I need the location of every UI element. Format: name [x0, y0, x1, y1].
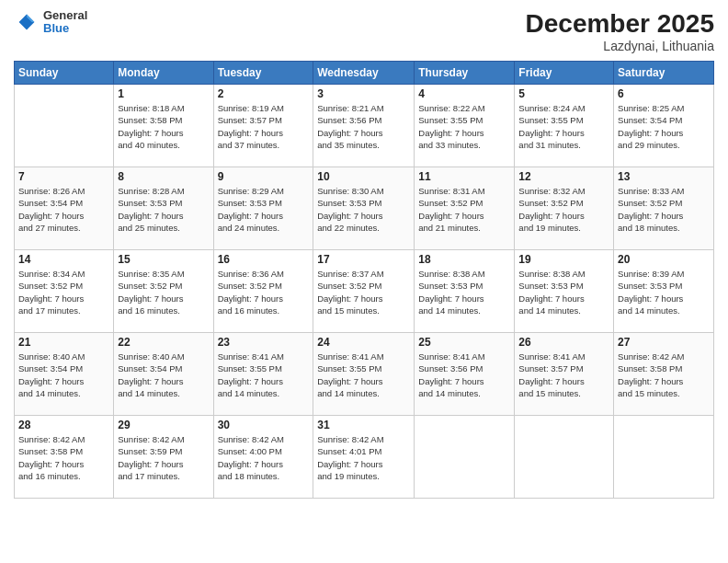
weekday-header-friday: Friday [515, 62, 614, 85]
calendar-cell: 20Sunrise: 8:39 AM Sunset: 3:53 PM Dayli… [614, 250, 714, 333]
calendar-cell: 29Sunrise: 8:42 AM Sunset: 3:59 PM Dayli… [114, 416, 213, 499]
day-info: Sunrise: 8:39 AM Sunset: 3:53 PM Dayligh… [618, 268, 710, 316]
calendar-cell: 1Sunrise: 8:18 AM Sunset: 3:58 PM Daylig… [114, 85, 213, 167]
weekday-header-monday: Monday [114, 62, 213, 85]
day-info: Sunrise: 8:42 AM Sunset: 3:58 PM Dayligh… [18, 433, 109, 482]
day-info: Sunrise: 8:38 AM Sunset: 3:53 PM Dayligh… [518, 268, 609, 316]
day-info: Sunrise: 8:37 AM Sunset: 3:52 PM Dayligh… [317, 268, 410, 316]
calendar-cell: 31Sunrise: 8:42 AM Sunset: 4:01 PM Dayli… [313, 416, 415, 499]
calendar-cell: 16Sunrise: 8:36 AM Sunset: 3:52 PM Dayli… [213, 250, 313, 333]
day-number: 2 [218, 87, 310, 100]
day-number: 15 [118, 253, 209, 266]
day-number: 23 [218, 336, 310, 349]
weekday-header-wednesday: Wednesday [313, 62, 415, 85]
calendar-cell: 2Sunrise: 8:19 AM Sunset: 3:57 PM Daylig… [213, 85, 313, 167]
calendar-cell: 23Sunrise: 8:41 AM Sunset: 3:55 PM Dayli… [213, 333, 313, 416]
day-number: 22 [118, 336, 209, 349]
weekday-header-row: SundayMondayTuesdayWednesdayThursdayFrid… [15, 62, 714, 85]
calendar-cell: 10Sunrise: 8:30 AM Sunset: 3:53 PM Dayli… [313, 167, 415, 250]
calendar-cell: 8Sunrise: 8:28 AM Sunset: 3:53 PM Daylig… [114, 167, 213, 250]
calendar-cell: 17Sunrise: 8:37 AM Sunset: 3:52 PM Dayli… [313, 250, 415, 333]
logo-blue-text: Blue [43, 22, 87, 35]
calendar-cell: 7Sunrise: 8:26 AM Sunset: 3:54 PM Daylig… [15, 167, 114, 250]
calendar-cell: 19Sunrise: 8:38 AM Sunset: 3:53 PM Dayli… [515, 250, 614, 333]
logo-general-text: General [43, 9, 87, 22]
day-number: 26 [518, 336, 609, 349]
calendar-title: December 2025 [526, 9, 714, 39]
day-number: 27 [618, 336, 710, 349]
day-number: 30 [218, 419, 310, 431]
day-number: 29 [118, 419, 209, 431]
calendar-cell: 5Sunrise: 8:24 AM Sunset: 3:55 PM Daylig… [515, 85, 614, 167]
day-number: 6 [618, 87, 710, 100]
calendar-cell: 11Sunrise: 8:31 AM Sunset: 3:52 PM Dayli… [415, 167, 515, 250]
calendar-cell: 22Sunrise: 8:40 AM Sunset: 3:54 PM Dayli… [114, 333, 213, 416]
calendar-cell: 3Sunrise: 8:21 AM Sunset: 3:56 PM Daylig… [313, 85, 415, 167]
day-number: 4 [418, 87, 510, 100]
calendar-cell [515, 416, 614, 499]
day-info: Sunrise: 8:35 AM Sunset: 3:52 PM Dayligh… [118, 268, 209, 316]
calendar-location: Lazdynai, Lithuania [526, 39, 714, 53]
day-info: Sunrise: 8:42 AM Sunset: 3:58 PM Dayligh… [618, 350, 710, 399]
day-info: Sunrise: 8:18 AM Sunset: 3:58 PM Dayligh… [118, 102, 209, 151]
day-info: Sunrise: 8:40 AM Sunset: 3:54 PM Dayligh… [118, 350, 209, 399]
week-row-0: 1Sunrise: 8:18 AM Sunset: 3:58 PM Daylig… [15, 85, 714, 167]
day-info: Sunrise: 8:28 AM Sunset: 3:53 PM Dayligh… [118, 185, 209, 234]
calendar-cell [15, 85, 114, 167]
weekday-header-tuesday: Tuesday [213, 62, 313, 85]
day-info: Sunrise: 8:41 AM Sunset: 3:55 PM Dayligh… [218, 350, 310, 399]
calendar-cell: 25Sunrise: 8:41 AM Sunset: 3:56 PM Dayli… [415, 333, 515, 416]
day-info: Sunrise: 8:42 AM Sunset: 4:00 PM Dayligh… [218, 433, 310, 482]
day-number: 1 [118, 87, 209, 100]
day-info: Sunrise: 8:36 AM Sunset: 3:52 PM Dayligh… [218, 268, 310, 316]
calendar-cell: 30Sunrise: 8:42 AM Sunset: 4:00 PM Dayli… [213, 416, 313, 499]
day-number: 12 [518, 170, 609, 183]
weekday-header-sunday: Sunday [15, 62, 114, 85]
header: General Blue December 2025 Lazdynai, Lit… [14, 9, 714, 53]
day-number: 9 [218, 170, 310, 183]
page: General Blue December 2025 Lazdynai, Lit… [0, 0, 728, 563]
calendar-cell: 15Sunrise: 8:35 AM Sunset: 3:52 PM Dayli… [114, 250, 213, 333]
day-info: Sunrise: 8:34 AM Sunset: 3:52 PM Dayligh… [18, 268, 109, 316]
day-info: Sunrise: 8:29 AM Sunset: 3:53 PM Dayligh… [218, 185, 310, 234]
calendar-cell: 12Sunrise: 8:32 AM Sunset: 3:52 PM Dayli… [515, 167, 614, 250]
day-number: 18 [418, 253, 510, 266]
day-info: Sunrise: 8:41 AM Sunset: 3:55 PM Dayligh… [317, 350, 410, 399]
weekday-header-thursday: Thursday [415, 62, 515, 85]
day-info: Sunrise: 8:26 AM Sunset: 3:54 PM Dayligh… [18, 185, 109, 234]
week-row-2: 14Sunrise: 8:34 AM Sunset: 3:52 PM Dayli… [15, 250, 714, 333]
day-number: 21 [18, 336, 109, 349]
title-block: December 2025 Lazdynai, Lithuania [526, 9, 714, 53]
day-number: 24 [317, 336, 410, 349]
day-info: Sunrise: 8:24 AM Sunset: 3:55 PM Dayligh… [518, 102, 609, 151]
day-info: Sunrise: 8:42 AM Sunset: 4:01 PM Dayligh… [317, 433, 410, 482]
day-number: 8 [118, 170, 209, 183]
day-number: 16 [218, 253, 310, 266]
calendar-cell: 14Sunrise: 8:34 AM Sunset: 3:52 PM Dayli… [15, 250, 114, 333]
week-row-4: 28Sunrise: 8:42 AM Sunset: 3:58 PM Dayli… [15, 416, 714, 499]
logo: General Blue [14, 9, 87, 36]
day-number: 7 [18, 170, 109, 183]
calendar-cell: 24Sunrise: 8:41 AM Sunset: 3:55 PM Dayli… [313, 333, 415, 416]
day-number: 25 [418, 336, 510, 349]
day-info: Sunrise: 8:30 AM Sunset: 3:53 PM Dayligh… [317, 185, 410, 234]
calendar-cell: 28Sunrise: 8:42 AM Sunset: 3:58 PM Dayli… [15, 416, 114, 499]
calendar-cell: 27Sunrise: 8:42 AM Sunset: 3:58 PM Dayli… [614, 333, 714, 416]
day-info: Sunrise: 8:31 AM Sunset: 3:52 PM Dayligh… [418, 185, 510, 234]
day-number: 5 [518, 87, 609, 100]
calendar-cell: 18Sunrise: 8:38 AM Sunset: 3:53 PM Dayli… [415, 250, 515, 333]
day-number: 20 [618, 253, 710, 266]
calendar-cell: 13Sunrise: 8:33 AM Sunset: 3:52 PM Dayli… [614, 167, 714, 250]
week-row-1: 7Sunrise: 8:26 AM Sunset: 3:54 PM Daylig… [15, 167, 714, 250]
day-info: Sunrise: 8:32 AM Sunset: 3:52 PM Dayligh… [518, 185, 609, 234]
weekday-header-saturday: Saturday [614, 62, 714, 85]
day-number: 11 [418, 170, 510, 183]
day-info: Sunrise: 8:42 AM Sunset: 3:59 PM Dayligh… [118, 433, 209, 482]
logo-icon [14, 9, 40, 35]
day-info: Sunrise: 8:22 AM Sunset: 3:55 PM Dayligh… [418, 102, 510, 151]
day-info: Sunrise: 8:40 AM Sunset: 3:54 PM Dayligh… [18, 350, 109, 399]
day-info: Sunrise: 8:25 AM Sunset: 3:54 PM Dayligh… [618, 102, 710, 151]
calendar-table: SundayMondayTuesdayWednesdayThursdayFrid… [14, 61, 714, 499]
day-info: Sunrise: 8:41 AM Sunset: 3:56 PM Dayligh… [418, 350, 510, 399]
day-number: 17 [317, 253, 410, 266]
